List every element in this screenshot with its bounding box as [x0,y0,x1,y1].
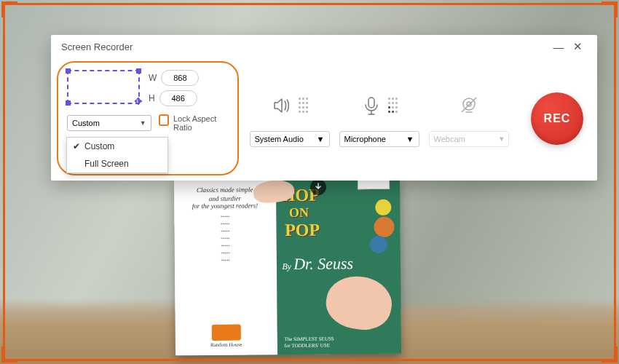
chevron-down-icon: ▼ [317,135,325,143]
microphone-icon[interactable] [360,95,382,116]
chevron-down-icon: ▼ [140,119,146,127]
webcam-column: Webcam ▾ [424,58,513,178]
capture-region-preview[interactable]: ✥ [67,70,140,104]
recording-corner-handle[interactable] [602,347,618,363]
recording-corner-handle[interactable] [1,347,17,363]
move-icon[interactable]: ✥ [134,95,143,107]
capture-mode-dropdown: ✔ Custom Full Screen [66,137,168,173]
recorder-panel: Screen Recorder — ✕ ✥ W H [51,35,597,181]
speaker-icon[interactable] [271,95,293,116]
svg-rect-0 [368,98,374,108]
recording-corner-handle[interactable] [1,1,17,17]
lock-aspect-label: Lock Aspect Ratio [173,114,229,132]
record-button[interactable]: REC [531,92,583,145]
lock-aspect-icon[interactable] [159,114,169,126]
webcam-disabled-icon[interactable] [458,95,480,116]
checkmark-icon: ✔ [73,141,84,151]
mic-level-meter [388,98,398,113]
microphone-column: Microphone ▼ [334,58,424,178]
capture-mode-option-custom[interactable]: ✔ Custom [67,138,167,155]
window-title: Screen Recorder [61,41,133,52]
chevron-down-icon: ▾ [500,134,504,143]
capture-mode-value: Custom [72,119,100,127]
system-audio-column: System Audio ▼ [245,58,334,178]
titlebar[interactable]: Screen Recorder — ✕ [51,35,597,58]
chevron-down-icon: ▼ [406,135,414,143]
capture-mode-option-fullscreen[interactable]: Full Screen [67,155,167,173]
width-input[interactable] [161,70,199,86]
webcam-select[interactable]: Webcam ▾ [429,131,509,147]
height-label: H [149,93,155,103]
capture-area-group: ✥ W H Custom ▼ [57,61,239,175]
height-input[interactable] [159,90,197,106]
minimize-button[interactable]: — [549,41,568,53]
close-button[interactable]: ✕ [568,40,587,53]
width-label: W [149,73,157,83]
capture-mode-select[interactable]: Custom ▼ [67,115,151,131]
recording-corner-handle[interactable] [602,1,618,17]
audio-level-meter [299,98,308,113]
system-audio-select[interactable]: System Audio ▼ [250,131,330,147]
microphone-select[interactable]: Microphone ▼ [339,131,419,147]
